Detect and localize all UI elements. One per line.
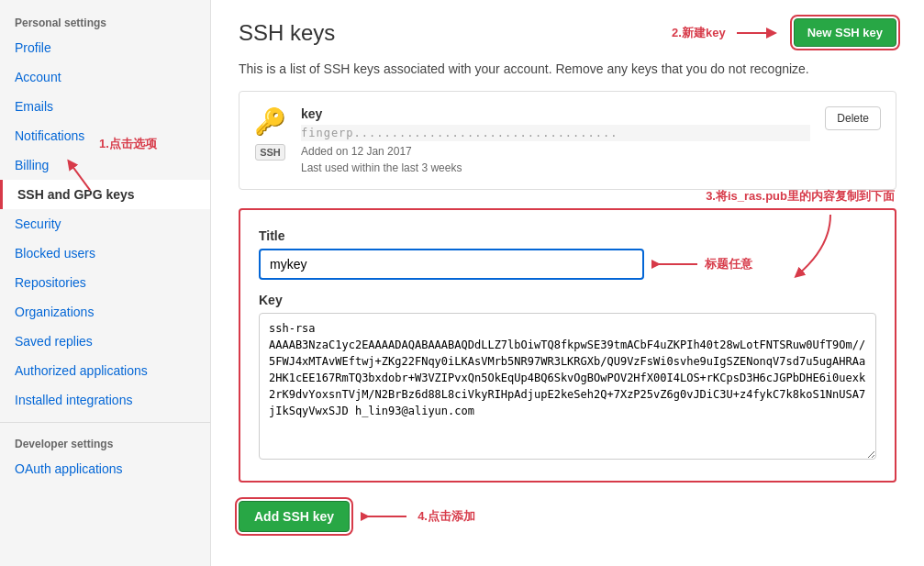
sidebar-item-oauth-apps[interactable]: OAuth applications [0, 454, 210, 483]
sidebar-item-authorized-apps[interactable]: Authorized applications [0, 356, 210, 385]
key-info: key fingerp.............................… [301, 106, 810, 174]
delete-key-button[interactable]: Delete [825, 106, 881, 130]
key-icon-wrapper: 🔑 SSH [254, 106, 286, 161]
step4-arrow-icon [361, 507, 406, 526]
key-added: Added on 12 Jan 2017 [301, 145, 810, 158]
ssh-key-card: 🔑 SSH key fingerp.......................… [239, 91, 896, 190]
sidebar-item-installed-integrations[interactable]: Installed integrations [0, 385, 210, 415]
developer-settings-label: Developer settings [0, 430, 210, 454]
sidebar-item-account[interactable]: Account [0, 62, 210, 92]
sidebar-item-organizations[interactable]: Organizations [0, 297, 210, 327]
new-ssh-key-button[interactable]: New SSH key [794, 18, 896, 47]
key-fingerprint: fingerp.................................… [301, 125, 810, 141]
main-content: SSH keys 2.新建key New SSH key This is a l… [211, 0, 924, 566]
add-key-form: 3.将is_ras.pub里的内容复制到下面 Title [239, 208, 896, 483]
key-name: key [301, 106, 810, 121]
sidebar-divider [0, 422, 210, 423]
title-input[interactable] [259, 249, 644, 280]
personal-settings-label: Personal settings [0, 9, 210, 33]
sidebar-item-ssh-gpg[interactable]: SSH and GPG keys [0, 180, 210, 209]
page-description: This is a list of SSH keys associated wi… [239, 61, 896, 76]
page-header: SSH keys 2.新建key New SSH key [239, 18, 896, 47]
step4-annotation: 4.点击添加 [417, 508, 475, 525]
sidebar-item-emails[interactable]: Emails [0, 92, 210, 121]
sidebar-item-blocked-users[interactable]: Blocked users [0, 239, 210, 268]
title-label: Title [259, 228, 876, 243]
add-button-row: Add SSH key 4.点击添加 [239, 501, 896, 532]
title-hint-annotation: 标题任意 [705, 256, 752, 272]
sidebar: Personal settings Profile Account Emails… [0, 0, 211, 566]
sidebar-item-billing[interactable]: Billing [0, 150, 210, 180]
step2-arrow-icon [737, 24, 783, 42]
key-last-used: Last used within the last 3 weeks [301, 161, 810, 174]
sidebar-item-notifications[interactable]: Notifications [0, 121, 210, 150]
sidebar-item-profile[interactable]: Profile [0, 33, 210, 62]
sidebar-item-repositories[interactable]: Repositories [0, 268, 210, 297]
title-arrow-icon [651, 255, 697, 273]
step2-annotation: 2.新建key [672, 25, 726, 41]
sidebar-item-security[interactable]: Security [0, 209, 210, 239]
page-title: SSH keys [239, 20, 335, 46]
key-textarea[interactable]: ssh-rsa AAAAB3NzaC1yc2EAAAADAQABAAABAQDd… [259, 313, 876, 460]
add-ssh-key-button[interactable]: Add SSH key [239, 501, 350, 532]
sidebar-item-saved-replies[interactable]: Saved replies [0, 327, 210, 356]
key-label: Key [259, 293, 876, 307]
ssh-badge: SSH [255, 144, 285, 161]
key-icon: 🔑 [254, 106, 286, 137]
step3-annotation: 3.将is_ras.pub里的内容复制到下面 [706, 188, 895, 205]
